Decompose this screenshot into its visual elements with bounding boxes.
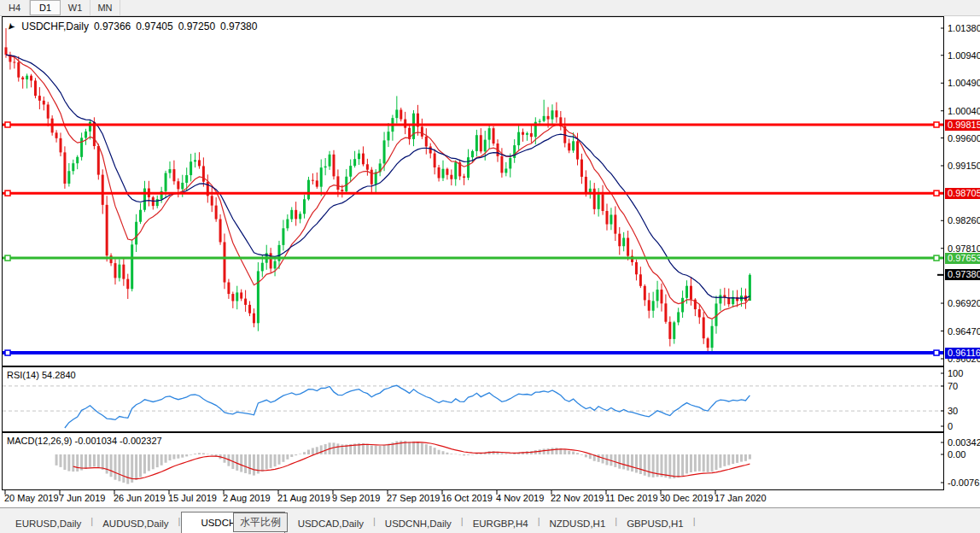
date-label: 30 Dec 2019: [660, 493, 713, 503]
tab-usdcad[interactable]: USDCAD,Daily: [289, 514, 372, 533]
tab-eurusd[interactable]: EURUSD,Daily: [7, 514, 90, 533]
date-label: 26 Jun 2019: [114, 493, 166, 503]
timeframe-toolbar: H4D1W1MN: [0, 0, 980, 16]
price-tick-label: 0.98260: [948, 215, 980, 226]
price-level-badge: 0.98705: [945, 188, 980, 199]
date-label: 27 Sep 2019: [387, 493, 440, 503]
date-axis-row: 20 May 20197 Jun 201926 Jun 201915 Jul 2…: [0, 490, 980, 507]
indicator-axis-label: 100: [948, 368, 980, 378]
date-label: 9 Sep 2019: [332, 493, 380, 503]
indicator-axis-label: 70: [948, 381, 980, 391]
date-label: 22 Nov 2019: [551, 493, 604, 503]
timeframe-button-mn[interactable]: MN: [90, 0, 120, 15]
horizontal-scale-tooltip: 水平比例: [233, 512, 288, 532]
date-label: 21 Aug 2019: [277, 493, 330, 503]
price-tick-label: 1.00940: [948, 50, 980, 61]
price-tick-label: 1.00490: [948, 78, 980, 88]
price-tick-label: 0.96470: [948, 326, 980, 337]
rsi-label: RSI(14) 54.2840: [7, 370, 76, 380]
indicator-axis-label: -0.007615: [948, 477, 980, 488]
indicator-axis-label: 0.003428: [948, 437, 980, 448]
date-label: 11 Dec 2019: [605, 493, 658, 503]
tab-separator: |: [692, 516, 697, 526]
chart-symbol-period: USDCHF,Daily: [21, 20, 89, 32]
date-label: 20 May 2019: [4, 493, 59, 503]
chart-tab-bar: EURUSD,Daily|AUDUSD,Daily|USDCHF,Daily|U…: [0, 507, 980, 533]
price-tick-label: 0.99600: [948, 133, 980, 144]
date-label: 4 Nov 2019: [496, 493, 544, 503]
indicator-axis-label: 0.00: [948, 449, 980, 460]
ohlc-close: 0.97380: [220, 20, 257, 32]
timeframe-button-h4[interactable]: H4: [0, 0, 30, 15]
mt4-window: H4D1W1MN ➤ USDCHF,Daily 0.97366 0.97405 …: [0, 0, 980, 533]
indicator-axis-label: 30: [948, 406, 980, 416]
tab-usdcnh[interactable]: USDCNH,Daily: [376, 514, 460, 533]
chart-pointer-icon: ➤: [4, 20, 18, 32]
chart-header: ➤ USDCHF,Daily 0.97366 0.97405 0.97250 0…: [7, 20, 257, 32]
timeframe-button-d1[interactable]: D1: [30, 0, 61, 15]
price-tick-label: 1.00040: [948, 106, 980, 116]
price-tick-label: 1.01380: [948, 23, 980, 33]
tab-eurgbp[interactable]: EURGBP,H4: [464, 514, 537, 533]
rsi-plot[interactable]: [2, 366, 944, 432]
price-level-badge: 0.99815: [945, 120, 980, 131]
date-label: 16 Oct 2019: [441, 493, 493, 503]
price-tick-label: 0.99150: [948, 161, 980, 171]
ohlc-low: 0.97250: [178, 20, 215, 32]
timeframe-button-w1[interactable]: W1: [61, 0, 90, 15]
date-label: 17 Jan 2020: [715, 493, 767, 503]
price-level-badge: 0.97380: [945, 269, 980, 280]
tab-nzdusd[interactable]: NZDUSD,H1: [540, 514, 614, 533]
macd-label: MACD(12,26,9) -0.001034 -0.002327: [7, 436, 162, 446]
ohlc-open: 0.97366: [94, 20, 131, 32]
main-chart-plot[interactable]: [2, 16, 944, 366]
date-label: 15 Jul 2019: [168, 493, 217, 503]
ohlc-high: 0.97405: [136, 20, 172, 32]
price-tick-label: 0.96920: [948, 298, 980, 308]
tab-audusd[interactable]: AUDUSD,Daily: [94, 514, 177, 533]
price-level-badge: 0.96116: [945, 348, 980, 359]
date-label: 2 Aug 2019: [223, 493, 271, 503]
indicator-axis-label: 0: [948, 421, 980, 431]
price-level-badge: 0.97653: [945, 253, 980, 264]
date-label: 7 Jun 2019: [59, 493, 105, 503]
tab-gbpusd[interactable]: GBPUSD,H1: [618, 514, 691, 533]
